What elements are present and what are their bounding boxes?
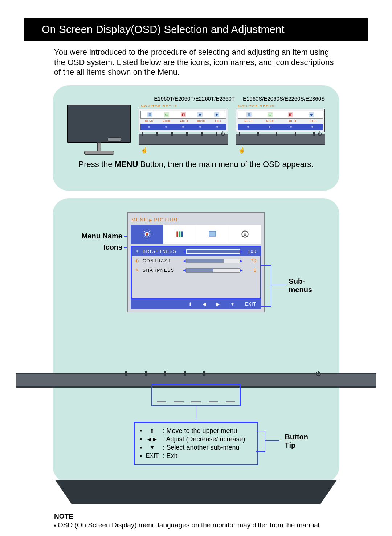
svg-point-9	[146, 233, 148, 235]
note-heading: NOTE	[54, 512, 338, 520]
svg-rect-14	[209, 231, 215, 236]
pen-icon: ✎	[135, 268, 140, 273]
gear-icon	[240, 229, 250, 239]
side-labels: Menu Name Icons	[64, 232, 122, 254]
osd-mini-t: MONITOR SETUP ⊞ ▭ ◧ ⬘ ◆ MENU MODE AUTO I…	[139, 105, 228, 154]
intro-text: You were introduced to the procedure of …	[54, 47, 338, 77]
input-icon: ⬘	[197, 112, 203, 117]
label-input: INPUT	[197, 120, 206, 122]
label-menu: MENU	[244, 120, 253, 122]
note: NOTE ■OSD (On Screen Display) menu langu…	[54, 512, 338, 529]
submenu-area: ☀ BRIGHTNESS ◀▶ 100 ◐ CONTRAST ◀▶ 70	[131, 246, 261, 299]
svg-line-5	[144, 231, 144, 232]
models-s: E1960S/E2060S/E2260S/E2360S	[243, 95, 325, 102]
left-icon: ◀	[203, 302, 206, 307]
mini-title-s: MONITOR SETUP	[236, 105, 325, 108]
label-menu-name: Menu Name	[64, 232, 122, 240]
osd-footer: ⬆ ◀ ▶ ▼ EXIT	[131, 299, 261, 309]
footer-exit: EXIT	[245, 302, 256, 307]
page-title: On Screen Display(OSD) Selection and Adj…	[42, 24, 285, 36]
color-icon: ◧	[288, 112, 293, 117]
label-button-tip: Button Tip	[285, 433, 308, 450]
note-text: OSD (On Screen Display) menu languages o…	[58, 521, 321, 529]
svg-point-16	[244, 233, 246, 235]
tip-exit-label: EXIT	[144, 453, 160, 459]
tip-up: : Move to the upper menu	[163, 427, 237, 435]
panel1-caption: Press the MENU Button, then the main men…	[67, 160, 325, 169]
label-exit: EXIT	[215, 120, 221, 122]
title-band: On Screen Display(OSD) Selection and Adj…	[24, 18, 368, 41]
submenu-value: 70	[244, 258, 257, 263]
svg-rect-12	[181, 231, 183, 237]
label-menu: MENU	[145, 120, 154, 122]
svg-line-6	[149, 236, 150, 237]
brightness-icon	[142, 229, 152, 239]
osd-mini-s: MONITOR SETUP ⊞ ▭ ◧ ◆ MENU MODE AUTO EXI…	[236, 105, 325, 154]
osd-window: MENU▶PICTURE	[127, 212, 265, 312]
display-icon	[208, 229, 217, 239]
osd-breadcrumb: MENU▶PICTURE	[131, 216, 261, 225]
mini-title-t: MONITOR SETUP	[139, 105, 228, 108]
hand-icon: ☝	[238, 147, 325, 154]
right-icon: ▶	[216, 302, 220, 307]
up-icon: ⬆	[188, 302, 192, 307]
submenu-label: BRIGHTNESS	[143, 249, 183, 254]
submenu-value: 100	[244, 249, 257, 254]
label-mode: MODE	[163, 120, 171, 122]
button-callout-box	[151, 384, 241, 406]
button-tip-box: ■⬆: Move to the upper menu ■◀ ▶: Adjust …	[134, 422, 258, 465]
label-auto: AUTO	[180, 120, 188, 122]
exit-icon: ◆	[309, 112, 314, 117]
color-icon: ◧	[181, 112, 186, 117]
sun-icon: ☀	[135, 249, 140, 254]
tab-display[interactable]	[196, 225, 229, 244]
down-icon: ▼	[230, 302, 235, 307]
tip-lr: : Adjust (Decrease/Increase)	[163, 435, 245, 443]
screen-icon: ▭	[164, 112, 169, 117]
label-mode: MODE	[266, 120, 275, 122]
svg-line-7	[144, 236, 144, 237]
submenu-sharpness[interactable]: ✎ SHARPNESS ◀▶ 5	[132, 266, 260, 275]
grid-icon: ⊞	[147, 112, 152, 117]
models-t: E1960T/E2060T/E2260T/E2360T	[154, 95, 235, 102]
tab-picture[interactable]	[131, 225, 163, 244]
panel-main: Menu Name Icons MENU▶PICTURE	[53, 198, 339, 483]
tab-others[interactable]	[229, 225, 261, 244]
svg-rect-10	[176, 231, 178, 237]
label-auto: AUTO	[288, 120, 296, 122]
hand-icon: ☝	[141, 147, 228, 154]
panel-shadow	[55, 480, 337, 504]
contrast-icon: ◐	[135, 258, 140, 263]
svg-line-8	[149, 231, 150, 232]
label-exit: EXIT	[310, 120, 317, 122]
svg-point-15	[242, 231, 248, 237]
submenu-contrast[interactable]: ◐ CONTRAST ◀▶ 70	[132, 256, 260, 266]
label-icons: Icons	[64, 243, 122, 251]
exit-icon: ◆	[214, 112, 219, 117]
panel-top: E1960T/E2060T/E2260T/E2360T E1960S/E2060…	[53, 85, 339, 191]
grid-icon: ⊞	[246, 112, 252, 117]
osd-tabs	[131, 225, 261, 244]
monitor-illustration	[67, 105, 131, 155]
label-submenus: Sub- menus	[289, 277, 312, 294]
submenu-label: SHARPNESS	[143, 268, 183, 273]
tab-color[interactable]	[163, 225, 196, 244]
svg-rect-11	[179, 231, 180, 237]
screen-icon: ▭	[268, 112, 273, 117]
tip-down: : Select another sub-menu	[163, 444, 239, 451]
submenu-brightness[interactable]: ☀ BRIGHTNESS ◀▶ 100	[132, 247, 260, 256]
tip-exit: : Exit	[163, 452, 177, 460]
submenu-value: 5	[244, 268, 257, 273]
submenu-label: CONTRAST	[143, 258, 183, 263]
rgb-icon	[175, 229, 184, 239]
